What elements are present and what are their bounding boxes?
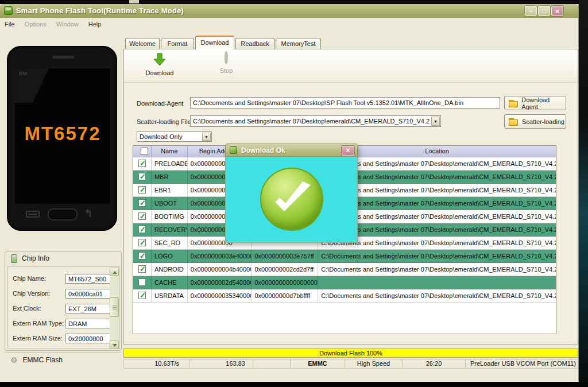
gear-icon: ⚙	[10, 355, 18, 365]
cell-name: UBOOT	[152, 197, 188, 210]
cell-end: 0x0000000000000000	[252, 276, 318, 289]
chip-field-label: Chip Name:	[13, 275, 46, 282]
row-checkbox[interactable]	[133, 250, 152, 262]
download-agent-input[interactable]	[190, 97, 500, 109]
table-row[interactable]: USRDATA0x00000000353400000x00000000d7bbf…	[133, 289, 556, 303]
cell-name: CACHE	[152, 276, 188, 289]
scroll-thumb[interactable]	[110, 297, 119, 317]
scroll-down-icon[interactable]	[110, 340, 119, 349]
chevron-down-icon[interactable]: ▼	[431, 117, 440, 126]
menu-window[interactable]: Window	[56, 21, 79, 28]
status-cell	[253, 359, 291, 368]
status-cell: 10.63T/s	[124, 359, 190, 368]
emmc-flash-section: ⚙ EMMC Flash	[5, 352, 122, 367]
dialog-title: Download Ok	[241, 146, 285, 154]
cell-name: BOOTIMG	[152, 210, 188, 223]
row-checkbox[interactable]	[133, 197, 152, 210]
tab-welcome[interactable]: Welcome	[125, 38, 160, 49]
download-button[interactable]: Download	[139, 53, 180, 79]
download-mode-combo[interactable]: Download Only ▼	[137, 131, 212, 142]
cell-location: C:\Documents and Settings\master 07\Desk…	[318, 289, 556, 302]
status-cell: 163.83	[190, 359, 253, 368]
dialog-title-bar[interactable]: Download Ok ×	[225, 144, 358, 157]
menu-help[interactable]: Help	[88, 21, 102, 28]
stop-icon	[225, 53, 228, 67]
progress-bar: Download Flash 100%	[123, 349, 578, 358]
dialog-close-icon[interactable]: ×	[342, 146, 354, 156]
row-checkbox[interactable]	[133, 237, 152, 249]
cell-name: MBR	[152, 171, 188, 183]
chip-info-scrollbar[interactable]	[110, 268, 119, 349]
row-checkbox[interactable]	[133, 157, 152, 170]
header-checkbox-cell[interactable]	[133, 146, 152, 157]
cell-name: PRELOADER	[152, 157, 188, 170]
status-bar: 10.63T/s163.83EMMCHigh Speed26:20PreLoad…	[123, 359, 578, 369]
chip-field-value-partial	[65, 349, 111, 349]
cell-location: C:\Documents and Settings\master 07\Desk…	[318, 263, 556, 276]
folder-icon	[509, 118, 518, 125]
download-agent-button-label: Download Agent	[521, 96, 566, 110]
cell-name: RECOVERY	[152, 223, 188, 236]
tab-strip: WelcomeFormatDownloadReadbackMemoryTest	[0, 37, 578, 49]
row-checkbox[interactable]	[133, 289, 152, 302]
action-toolbar: Download Stop	[124, 49, 578, 83]
dialog-body	[225, 157, 358, 243]
status-cell: High Speed	[345, 359, 403, 368]
download-agent-label: Download-Agent	[137, 100, 183, 107]
stop-button[interactable]: Stop	[206, 53, 247, 79]
row-checkbox[interactable]	[133, 223, 152, 236]
success-check-icon	[260, 168, 323, 231]
phone-keys: ↰	[7, 207, 117, 222]
table-row[interactable]: CACHE0x000000002d5400000x000000000000000…	[133, 276, 556, 289]
chip-field-value: MT6572_S00	[65, 274, 111, 284]
cell-begin: 0x0000000004b40000	[188, 263, 252, 276]
select-all-checkbox[interactable]	[141, 148, 148, 155]
close-button[interactable]: ×	[551, 6, 563, 16]
scatter-file-label: Scatter-loading File	[137, 118, 191, 125]
phone-chip-label: MT6572	[15, 123, 110, 145]
folder-icon	[509, 100, 517, 107]
maximize-button[interactable]: □	[538, 6, 550, 16]
status-cell: EMMC	[291, 359, 345, 368]
cell-name: ANDROID	[152, 263, 188, 276]
row-checkbox[interactable]	[133, 184, 152, 196]
stop-button-label: Stop	[206, 67, 247, 74]
row-checkbox[interactable]	[133, 210, 152, 223]
menu-key-icon	[26, 211, 40, 218]
scatter-file-combo[interactable]: C:\Documents and Settings\master 07\Desk…	[190, 115, 441, 127]
cell-name: EBR1	[152, 184, 188, 196]
chevron-down-icon[interactable]: ▼	[202, 133, 211, 141]
chip-field-label: Extern RAM Size:	[13, 335, 63, 342]
row-checkbox[interactable]	[133, 171, 152, 183]
scroll-up-icon[interactable]	[110, 268, 119, 276]
phone-earpiece	[52, 56, 74, 59]
table-row[interactable]: ANDROID0x0000000004b400000x000000002cd2d…	[133, 263, 556, 276]
emmc-flash-label: EMMC Flash	[23, 356, 63, 364]
chip-field-value: DRAM	[65, 319, 111, 328]
menu-options[interactable]: Options	[25, 21, 47, 28]
tab-download[interactable]: Download	[195, 36, 234, 49]
app-icon	[4, 6, 13, 15]
phone-preview: BM MT6572 ↰	[7, 46, 117, 231]
minimize-button[interactable]: –	[525, 6, 537, 16]
header-name[interactable]: Name	[152, 146, 188, 157]
menu-file[interactable]: File	[5, 21, 15, 28]
download-agent-button[interactable]: Download Agent	[504, 96, 566, 110]
desktop-screen: Smart Phone Flash Tool(Runtime Trace Mod…	[0, 0, 588, 387]
status-cell: PreLoader USB VCOM Port (COM11)	[466, 359, 578, 368]
title-bar[interactable]: Smart Phone Flash Tool(Runtime Trace Mod…	[0, 4, 578, 18]
scatter-loading-button[interactable]: Scatter-loading	[504, 114, 566, 129]
tab-format[interactable]: Format	[161, 38, 194, 49]
cell-end: 0x0000000003e757ff	[252, 250, 318, 262]
desktop-top-strip	[0, 0, 588, 4]
row-checkbox[interactable]	[133, 276, 152, 289]
cell-end: 0x000000002cd2d7ff	[252, 263, 318, 276]
cell-begin: 0x000000002d540000	[188, 276, 252, 289]
tab-readback[interactable]: Readback	[235, 38, 274, 49]
row-checkbox[interactable]	[133, 263, 152, 276]
scatter-file-value: C:\Documents and Settings\master 07\Desk…	[193, 118, 430, 125]
phone-chip-icon	[11, 254, 17, 263]
table-row[interactable]: LOGO0x0000000003e400000x0000000003e757ff…	[133, 250, 556, 263]
back-key-icon: ↰	[84, 210, 99, 219]
tab-memorytest[interactable]: MemoryTest	[276, 38, 321, 49]
